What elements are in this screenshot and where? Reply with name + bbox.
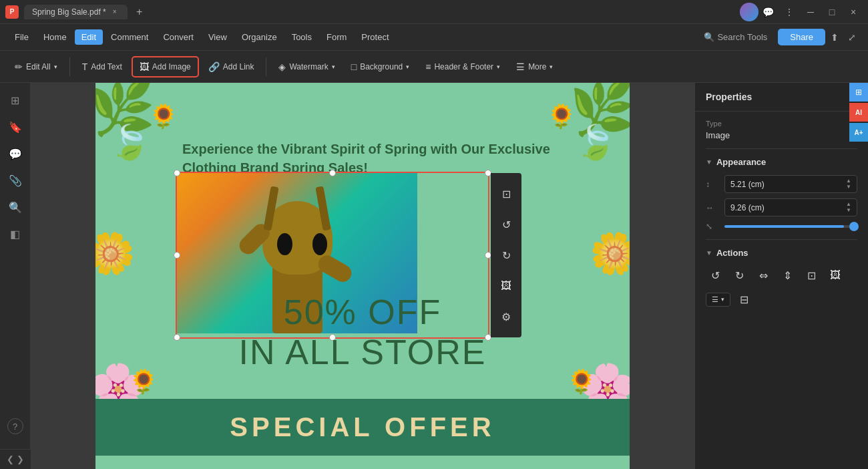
background-icon: □ [351, 61, 357, 72]
next-page-icon[interactable]: ❯ [17, 454, 24, 464]
appearance-header[interactable]: ▼ Appearance [706, 157, 857, 167]
align-chevron: ▾ [721, 296, 724, 303]
align-button[interactable]: ☰ ▾ [706, 293, 730, 307]
watermark-button[interactable]: ◈ Watermark ▾ [272, 57, 341, 76]
add-link-icon: 🔗 [208, 61, 220, 72]
type-value: Image [706, 130, 857, 140]
upload-icon[interactable]: ⬆ [827, 29, 843, 45]
appearance-chevron-icon: ▼ [706, 158, 712, 166]
crop-float-button[interactable]: ⊡ [495, 183, 517, 204]
sidebar-item-thumbnails[interactable]: ⊞ [3, 88, 27, 112]
more-button[interactable]: ☰ More ▾ [509, 57, 560, 76]
yellow-flower-br: 🌻 [567, 368, 596, 396]
translate-icon[interactable]: A+ [849, 123, 868, 142]
action-crop[interactable]: ⊡ [802, 266, 821, 285]
height-row: ↕ 5.21 (cm) ▲ ▼ [706, 175, 857, 193]
width-input[interactable]: 9.26 (cm) ▲ ▼ [724, 198, 857, 216]
action-flip-vertical[interactable]: ⇕ [778, 266, 797, 285]
menubar: File Home Edit Comment Convert View Orga… [0, 24, 868, 51]
background-button[interactable]: □ Background ▾ [345, 57, 417, 76]
edit-all-button[interactable]: ✏ Edit All ▾ [8, 57, 64, 76]
actions-buttons-row: ↺ ↻ ⇔ ⇕ ⊡ 🖼 [706, 266, 857, 285]
action-rotate-left[interactable]: ↺ [706, 266, 724, 285]
width-decrement[interactable]: ▼ [846, 208, 851, 213]
scale-row: ⤡ [706, 222, 857, 231]
menu-form[interactable]: Form [320, 29, 353, 45]
actions-header[interactable]: ▼ Actions [706, 248, 857, 258]
type-section: Type Image [706, 120, 857, 140]
expand-icon[interactable]: ⤢ [844, 29, 860, 45]
add-link-button[interactable]: 🔗 Add Link [202, 57, 261, 76]
edit-all-chevron: ▾ [54, 63, 57, 70]
messages-icon[interactable]: 💬 [758, 3, 777, 21]
sale-text: 50% OFF IN ALL STORE [95, 292, 630, 372]
add-text-button[interactable]: T Add Text [75, 57, 129, 76]
add-image-button[interactable]: 🖼 Add Image [132, 56, 199, 77]
action-flip-horizontal[interactable]: ⇔ [754, 266, 773, 285]
left-sidebar: ⊞ 🔖 💬 📎 🔍 ◧ ? ❮ [0, 83, 31, 469]
panel-header: Properties × [695, 83, 868, 112]
panel-title: Properties [706, 92, 752, 102]
distribute-button[interactable]: ⊟ [734, 290, 753, 309]
ai-icon[interactable]: AI [849, 103, 868, 122]
sidebar-item-search[interactable]: 🔍 [3, 195, 27, 219]
properties-icon[interactable]: ⊞ [849, 83, 868, 102]
align-icon: ☰ [712, 295, 718, 304]
sidebar-item-help[interactable]: ? [7, 418, 23, 434]
actions-chevron-icon: ▼ [706, 249, 712, 257]
header-footer-chevron: ▾ [497, 63, 500, 70]
canvas-area[interactable]: 🌿 🌿 🌸 🌸 🌼 🌼 🍃 🍃 🌻 🌻 🌻 🌻 Experience the V… [31, 83, 694, 469]
search-tools-button[interactable]: 🔍 Search Tools [704, 32, 767, 42]
yellow-flower-tl: 🌻 [149, 103, 178, 130]
menu-view[interactable]: View [202, 29, 234, 45]
more-options-icon[interactable]: ⋮ [780, 3, 799, 21]
height-increment[interactable]: ▲ [846, 178, 851, 184]
sidebar-item-attachment[interactable]: 📎 [3, 168, 27, 192]
close-window-button[interactable]: × [844, 3, 863, 21]
appearance-label: Appearance [716, 157, 766, 167]
menu-organize[interactable]: Organize [235, 29, 284, 45]
special-offer-banner: SPECIAL OFFER [95, 399, 630, 456]
menu-tools[interactable]: Tools [285, 29, 318, 45]
menu-file[interactable]: File [8, 29, 35, 45]
scale-slider[interactable] [724, 225, 857, 228]
handle-ml[interactable] [174, 252, 180, 259]
prev-page-icon[interactable]: ❮ [7, 454, 14, 464]
minimize-button[interactable]: ─ [801, 3, 820, 21]
add-tab-button[interactable]: + [130, 3, 149, 21]
sidebar-item-comment[interactable]: 💬 [3, 142, 27, 166]
share-button[interactable]: Share [778, 29, 825, 45]
nav-arrows: ❮ ❯ [0, 449, 31, 469]
header-footer-button[interactable]: ≡ Header & Footer ▾ [419, 57, 507, 76]
add-text-icon: T [82, 61, 88, 72]
width-increment[interactable]: ▲ [846, 202, 851, 207]
height-input[interactable]: 5.21 (cm) ▲ ▼ [724, 175, 857, 193]
menu-edit[interactable]: Edit [75, 29, 103, 45]
width-icon: ↔ [706, 203, 719, 212]
handle-tl[interactable] [174, 170, 180, 176]
action-rotate-right[interactable]: ↻ [730, 266, 748, 285]
action-replace[interactable]: 🖼 [826, 266, 845, 285]
yellow-flower-bl: 🌻 [129, 368, 158, 396]
menu-convert[interactable]: Convert [156, 29, 200, 45]
close-tab-icon[interactable]: × [110, 7, 120, 17]
active-tab[interactable]: Spring Big Sale.pdf * × [24, 5, 128, 19]
search-tools-label: Search Tools [717, 32, 767, 42]
sidebar-item-bookmark[interactable]: 🔖 [3, 115, 27, 139]
height-icon: ↕ [706, 180, 719, 189]
rotate-left-float-button[interactable]: ↺ [495, 214, 517, 235]
floral-top-mid-left: 🍃 [109, 123, 150, 162]
tab-title: Spring Big Sale.pdf * [32, 7, 106, 17]
panel-body: Type Image ▼ Appearance ↕ 5.21 (cm) [695, 112, 868, 469]
menu-protect[interactable]: Protect [355, 29, 395, 45]
width-value: 9.26 (cm) [730, 203, 765, 212]
menu-comment[interactable]: Comment [104, 29, 155, 45]
background-chevron: ▾ [406, 63, 409, 70]
rotate-right-float-button[interactable]: ↻ [495, 245, 517, 266]
handle-tm[interactable] [329, 170, 336, 176]
menu-home[interactable]: Home [37, 29, 73, 45]
height-decrement[interactable]: ▼ [846, 184, 851, 190]
maximize-button[interactable]: □ [823, 3, 841, 21]
type-label: Type [706, 120, 857, 128]
sidebar-item-layers[interactable]: ◧ [3, 222, 27, 246]
